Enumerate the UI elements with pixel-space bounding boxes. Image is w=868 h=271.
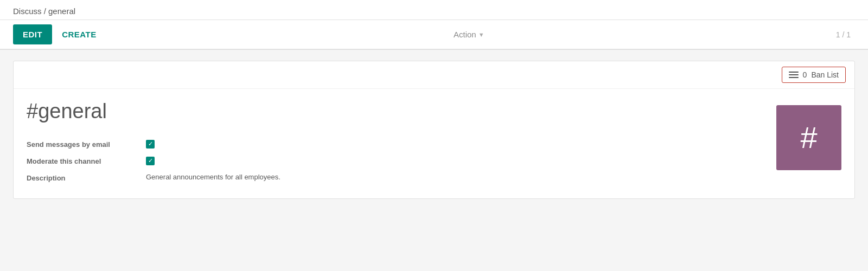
record-fields: #general Send messages by email Moderate…: [27, 100, 765, 182]
list-icon: [789, 72, 799, 78]
breadcrumb: Discuss / general: [13, 7, 75, 16]
moderate-checkbox[interactable]: [146, 157, 155, 165]
chevron-down-icon: ▼: [478, 31, 484, 38]
ban-list-count: 0: [803, 70, 807, 79]
description-value: General announcements for all employees.: [146, 173, 765, 181]
breadcrumb-bar: Discuss / general: [0, 0, 868, 20]
channel-name: #general: [27, 100, 765, 123]
fields-grid: Send messages by email Moderate this cha…: [27, 139, 765, 182]
ban-list-button[interactable]: 0 Ban List: [782, 67, 846, 83]
record-card: 0 Ban List #general Send messages by ema…: [13, 61, 855, 199]
breadcrumb-app[interactable]: Discuss: [13, 7, 42, 16]
create-button[interactable]: CREATE: [52, 24, 106, 44]
channel-avatar-icon: #: [800, 122, 817, 153]
send-messages-label: Send messages by email: [27, 139, 146, 149]
breadcrumb-record[interactable]: general: [48, 7, 75, 16]
toolbar: EDIT CREATE Action ▼ 1 / 1: [0, 20, 868, 50]
ban-list-label: Ban List: [811, 70, 839, 79]
send-messages-value: [146, 139, 765, 149]
main-content: 0 Ban List #general Send messages by ema…: [0, 50, 868, 210]
breadcrumb-separator: /: [42, 7, 49, 16]
action-label: Action: [454, 30, 476, 39]
record-top-bar: 0 Ban List: [14, 61, 854, 89]
action-button[interactable]: Action ▼: [446, 24, 492, 44]
moderate-value: [146, 156, 765, 165]
pagination: 1 / 1: [832, 30, 855, 39]
send-messages-checkbox[interactable]: [146, 140, 155, 149]
record-body: #general Send messages by email Moderate…: [14, 89, 854, 198]
edit-button[interactable]: EDIT: [13, 24, 52, 44]
channel-avatar: #: [776, 105, 841, 170]
moderate-label: Moderate this channel: [27, 156, 146, 165]
description-label: Description: [27, 173, 146, 182]
